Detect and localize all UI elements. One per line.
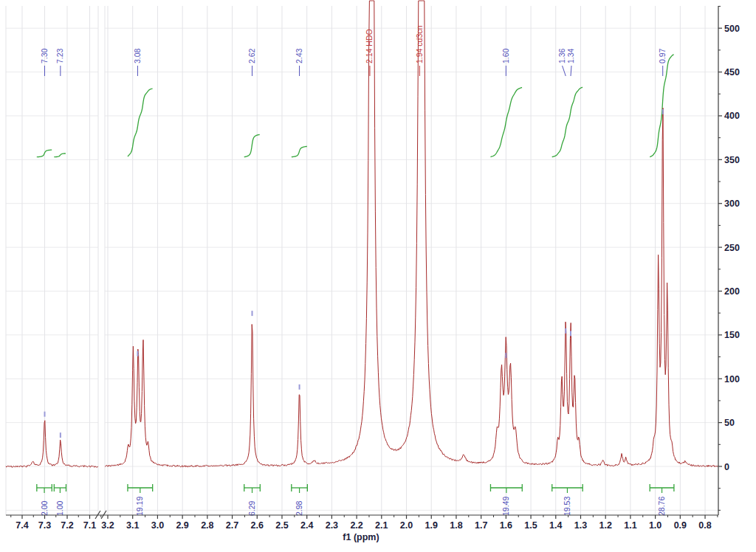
integral-value: 2.00 [40,500,49,516]
integral-curve [54,153,66,157]
x-tick-label: 1.9 [425,520,438,531]
x-tick-label: 1.8 [450,520,462,531]
integral-value: 2.98 [295,500,303,516]
x-tick-label: 7.1 [83,520,96,531]
integral-curve [292,146,307,156]
x-tick-label: 2.3 [326,520,338,531]
y-tick-label: 200 [724,286,740,297]
peak-label: 7.30 [40,48,49,63]
y-tick-label: 300 [724,199,740,209]
x-tick-label: 7.3 [38,520,51,531]
y-tick-label: 0 [724,462,729,472]
peak-label-connector [563,66,566,76]
integral-value: 28.76 [657,497,666,516]
spectrum-canvas: 2.001.0019.196.292.9819.4919.5328.767.30… [0,0,756,552]
spectrum-trace [6,421,98,467]
x-tick-label: 0.8 [698,520,711,531]
integral-curve [128,89,153,156]
integral-value: 6.29 [247,500,256,516]
y-tick-label: 450 [724,67,740,77]
x-tick-label: 1.3 [574,520,587,531]
peak-label: 1.60 [501,48,510,63]
peak-label: 7.23 [55,48,64,63]
x-tick-label: 2.8 [201,520,213,531]
x-tick-label: 1.4 [549,520,562,531]
x-tick-label: 2.2 [350,520,362,531]
y-tick-label: 250 [724,243,740,253]
y-tick-label: 350 [724,155,740,165]
x-tick-label: 2.7 [226,520,238,531]
integral-value: 19.53 [563,497,571,516]
x-tick-label: 3.1 [126,520,139,531]
x-tick-label: 2.5 [275,520,288,531]
integral-value: 19.49 [501,497,510,516]
x-tick-label: 1.0 [649,520,662,531]
y-tick-label: 50 [724,418,735,428]
peak-label: 1.34 [566,48,575,63]
spectrum-trace [105,1,718,467]
x-tick-label: 3.2 [101,520,114,531]
y-tick-label: 400 [724,111,740,121]
integral-curve [552,87,583,156]
x-tick-label: 3.0 [151,520,164,531]
x-tick-label: 1.6 [500,520,512,531]
peak-label-connector [571,66,571,76]
x-tick-label: 1.1 [624,520,636,531]
x-axis-title: f1 (ppm) [323,532,399,542]
x-tick-label: 2.6 [251,520,264,531]
x-tick-label: 7.2 [61,520,73,531]
integral-value: 1.00 [55,500,64,516]
x-tick-label: 2.0 [400,520,413,531]
peak-label: 2.62 [247,48,256,63]
peak-label: 2.43 [295,48,303,63]
peak-label: 3.08 [133,48,142,63]
x-tick-label: 7.4 [16,520,28,531]
peak-label: 0.97 [658,48,667,63]
y-tick-label: 100 [724,374,740,384]
nmr-spectrum-page: 2.001.0019.196.292.9819.4919.5328.767.30… [0,0,756,552]
peak-label: 1.36 [557,48,566,63]
integral-curve [650,55,673,157]
x-tick-label: 2.1 [375,520,388,531]
peak-label: 2.14 HDO [365,29,374,63]
y-tick-label: 500 [724,24,740,34]
x-tick-label: 1.7 [475,520,487,531]
x-tick-label: 2.4 [300,520,313,531]
x-tick-label: 0.9 [674,520,687,531]
y-tick-label: 150 [724,330,740,340]
x-tick-label: 2.9 [176,520,188,531]
x-tick-label: 1.5 [524,520,537,531]
integral-value: 19.19 [135,497,144,516]
x-tick-label: 1.2 [599,520,612,531]
peak-label: 1.94 cd3cn [415,25,424,63]
